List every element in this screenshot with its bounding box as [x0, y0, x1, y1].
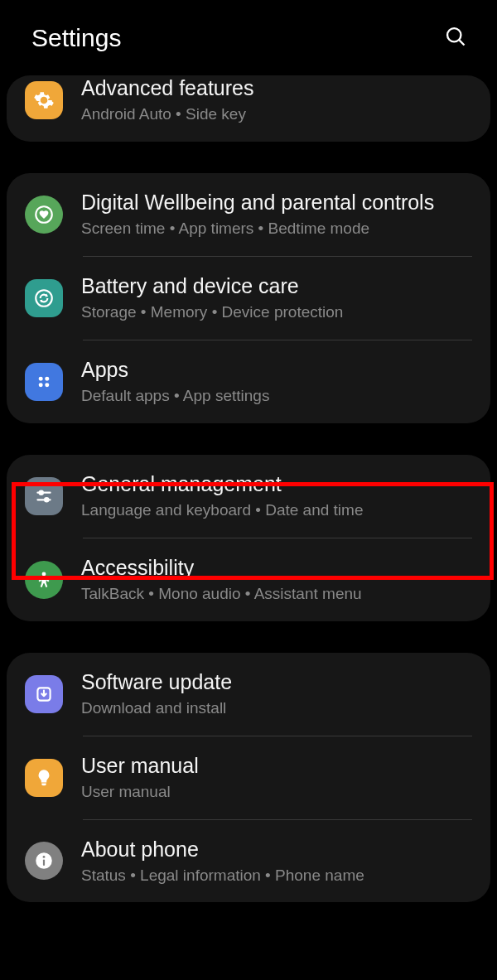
info-icon [25, 842, 63, 880]
svg-line-1 [459, 40, 464, 45]
settings-item-advanced-features[interactable]: Advanced featuresAndroid Auto • Side key [7, 75, 490, 142]
svg-point-7 [45, 383, 49, 387]
settings-item-general-management[interactable]: General managementLanguage and keyboard … [7, 455, 490, 538]
item-subtitle: Status • Legal information • Phone name [81, 866, 472, 886]
item-text: Battery and device careStorage • Memory … [81, 273, 472, 323]
settings-list: Advanced featuresAndroid Auto • Side key… [0, 75, 497, 902]
gear-plus-icon [25, 81, 63, 119]
item-title: Software update [81, 669, 472, 695]
settings-group: Digital Wellbeing and parental controlsS… [7, 173, 490, 423]
settings-item-apps[interactable]: AppsDefault apps • App settings [7, 340, 490, 423]
settings-item-digital-wellbeing[interactable]: Digital Wellbeing and parental controlsS… [7, 173, 490, 256]
item-subtitle: Storage • Memory • Device protection [81, 302, 472, 323]
download-arrow-icon [25, 675, 63, 713]
svg-point-6 [39, 383, 43, 387]
item-text: AccessibilityTalkBack • Mono audio • Ass… [81, 555, 472, 605]
header: Settings [0, 0, 497, 75]
item-title: Digital Wellbeing and parental controls [81, 190, 472, 215]
settings-item-accessibility[interactable]: AccessibilityTalkBack • Mono audio • Ass… [7, 538, 490, 621]
item-title: Apps [81, 357, 472, 383]
sliders-icon [25, 477, 63, 515]
item-title: Accessibility [81, 555, 472, 581]
settings-item-battery-care[interactable]: Battery and device careStorage • Memory … [7, 257, 490, 340]
item-text: User manualUser manual [81, 753, 472, 803]
settings-group: Advanced featuresAndroid Auto • Side key [7, 75, 490, 142]
svg-point-5 [45, 376, 49, 380]
four-dots-icon [25, 363, 63, 401]
item-subtitle: Default apps • App settings [81, 386, 472, 407]
svg-rect-15 [43, 860, 45, 867]
settings-item-about-phone[interactable]: About phoneStatus • Legal information • … [7, 820, 490, 903]
item-subtitle: User manual [81, 782, 472, 803]
item-subtitle: Android Auto • Side key [81, 104, 472, 125]
search-icon [444, 25, 467, 48]
item-subtitle: Download and install [81, 698, 472, 719]
settings-item-software-update[interactable]: Software updateDownload and install [7, 653, 490, 736]
svg-point-9 [40, 490, 43, 494]
item-title: User manual [81, 753, 472, 779]
item-title: About phone [81, 837, 472, 862]
item-title: Battery and device care [81, 273, 472, 299]
person-icon [25, 561, 63, 599]
item-text: About phoneStatus • Legal information • … [81, 837, 472, 886]
settings-item-user-manual[interactable]: User manualUser manual [7, 736, 490, 819]
refresh-ring-icon [25, 279, 63, 317]
settings-group: General managementLanguage and keyboard … [7, 455, 490, 621]
svg-point-11 [45, 498, 48, 501]
svg-point-3 [36, 290, 52, 307]
svg-point-12 [42, 572, 46, 576]
search-button[interactable] [439, 20, 472, 56]
item-text: Advanced featuresAndroid Auto • Side key [81, 75, 472, 125]
page-title: Settings [31, 24, 121, 52]
item-title: General management [81, 471, 472, 497]
item-subtitle: TalkBack • Mono audio • Assistant menu [81, 584, 472, 605]
item-text: AppsDefault apps • App settings [81, 357, 472, 407]
svg-point-16 [43, 857, 46, 859]
item-subtitle: Screen time • App timers • Bedtime mode [81, 219, 472, 239]
svg-point-0 [447, 28, 461, 41]
item-title: Advanced features [81, 75, 472, 101]
item-text: Digital Wellbeing and parental controlsS… [81, 190, 472, 239]
svg-point-4 [39, 376, 43, 380]
bulb-icon [25, 759, 63, 797]
item-subtitle: Language and keyboard • Date and time [81, 500, 472, 521]
settings-group: Software updateDownload and installUser … [7, 653, 490, 903]
item-text: General managementLanguage and keyboard … [81, 471, 472, 521]
heart-ring-icon [25, 196, 63, 234]
item-text: Software updateDownload and install [81, 669, 472, 719]
